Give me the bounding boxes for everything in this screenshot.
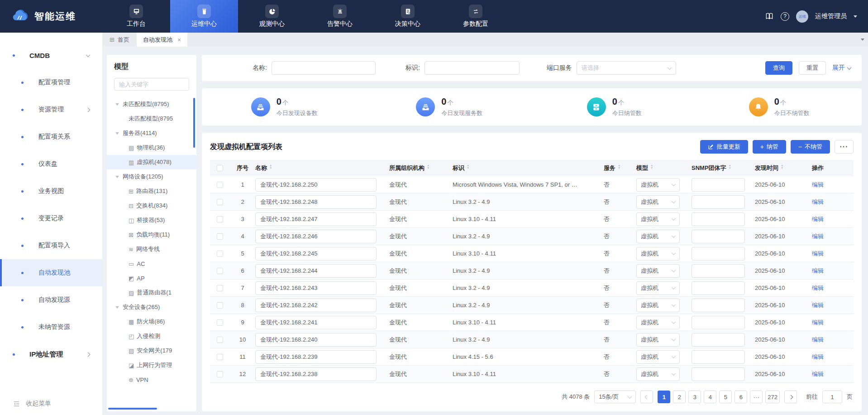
model-select[interactable]: 虚拟机 [636,281,680,295]
snmp-community-input[interactable] [692,299,745,312]
row-checkbox[interactable] [217,233,223,240]
help-icon[interactable]: ? [781,12,789,21]
tree-node-未匹配模型(8795[interactable]: 未匹配模型(8795 [107,111,196,126]
select-all-checkbox[interactable] [217,165,223,171]
tree-node-防火墙(86)[interactable]: ▦防火墙(86) [107,314,196,329]
user-name[interactable]: 运维管理员 [815,12,847,20]
tag-filter-input[interactable] [424,61,520,75]
sidebar-item-仪表盘[interactable]: 仪表盘 [0,150,102,178]
port-service-select[interactable]: 请选择 [577,61,676,75]
page-button-3[interactable]: 3 [688,391,701,403]
edit-link[interactable]: 编辑 [812,250,824,258]
snmp-community-input[interactable] [692,212,745,226]
snmp-community-input[interactable] [692,264,745,278]
prev-page-button[interactable] [640,391,653,403]
snmp-community-input[interactable] [692,316,745,329]
column-header-发现时间[interactable]: 发现时间▲▼ [755,164,812,172]
edit-link[interactable]: 编辑 [812,370,824,378]
nav-item-决策中心[interactable]: 决策中心 [374,0,442,33]
model-select[interactable]: 虚拟机 [636,333,680,347]
name-input[interactable] [255,264,377,278]
column-header-名称[interactable]: 名称▲▼ [255,164,389,172]
model-select[interactable]: 虚拟机 [636,195,680,209]
tree-node-上网行为管理[interactable]: ◪上网行为管理 [107,358,196,372]
tree-node-桥接器(53)[interactable]: ◫桥接器(53) [107,213,196,227]
sidebar-item-变更记录[interactable]: 变更记录 [0,205,102,232]
sidebar-item-配置项管理[interactable]: 配置项管理 [0,69,102,96]
edit-link[interactable]: 编辑 [812,353,824,361]
caret-down-icon[interactable] [115,306,119,309]
nav-item-运维中心[interactable]: 运维中心 [170,0,238,33]
name-input[interactable] [255,212,377,226]
sidebar-item-IP地址管理[interactable]: IP地址管理 [0,341,102,368]
row-checkbox[interactable] [217,354,223,360]
nav-item-观测中心[interactable]: 观测中心 [238,0,306,33]
row-checkbox[interactable] [217,216,223,222]
sidebar-item-自动发现源[interactable]: 自动发现源 [0,286,102,314]
user-menu-chevron-down-icon[interactable] [854,15,857,18]
edit-link[interactable]: 编辑 [812,232,824,241]
sort-icon[interactable]: ▲▼ [618,165,620,171]
model-search-input[interactable] [114,78,189,91]
edit-link[interactable]: 编辑 [812,267,824,275]
snmp-community-input[interactable] [692,195,745,209]
collapse-menu-button[interactable]: 收起菜单 [13,400,51,408]
page-button-6[interactable]: 6 [734,391,747,403]
next-page-button[interactable] [784,391,797,403]
more-actions-button[interactable]: ··· [835,140,854,154]
page-size-select[interactable]: 15条/页 [594,391,636,403]
sidebar-item-资源管理[interactable]: 资源管理 [0,96,102,123]
tree-vertical-scrollbar[interactable] [193,98,195,148]
name-input[interactable] [255,195,377,209]
tree-node-交换机(834)[interactable]: ⊟交换机(834) [107,198,196,213]
name-input[interactable] [255,178,377,192]
snmp-community-input[interactable] [692,247,745,261]
page-button-1[interactable]: 1 [658,391,670,403]
page-ellipsis-button[interactable]: ··· [750,391,763,403]
tree-node-入侵检测[interactable]: ◰入侵检测 [107,329,196,343]
manage-button[interactable]: + 纳管 [753,140,786,154]
model-select[interactable]: 虚拟机 [636,212,680,226]
snmp-community-input[interactable] [692,281,745,295]
name-input[interactable] [255,281,377,295]
column-header-所属组织机构[interactable]: 所属组织机构▲▼ [389,164,453,172]
tree-node-AP[interactable]: ◩AP [107,271,196,285]
name-input[interactable] [255,350,377,364]
manual-book-icon[interactable] [765,12,774,21]
nav-item-工作台[interactable]: 工作台 [102,0,170,33]
sidebar-item-自动发现池[interactable]: 自动发现池 [0,259,102,286]
batch-update-button[interactable]: 批量更新 [700,140,748,154]
tree-node-AC[interactable]: ▭AC [107,256,196,271]
column-header-服务[interactable]: 服务▲▼ [604,164,636,172]
row-checkbox[interactable] [217,371,223,377]
tree-node-服务器(4114)[interactable]: 服务器(4114) [107,126,196,140]
tree-node-路由器(131)[interactable]: ⊞路由器(131) [107,184,196,198]
row-checkbox[interactable] [217,182,223,188]
sort-icon[interactable]: ▲▼ [269,165,272,171]
sidebar-item-CMDB[interactable]: CMDB [0,42,102,69]
tree-node-网络设备(1205)[interactable]: 网络设备(1205) [107,169,196,184]
row-checkbox[interactable] [217,337,223,343]
edit-link[interactable]: 编辑 [812,318,824,327]
snmp-community-input[interactable] [692,333,745,347]
snmp-community-input[interactable] [692,230,745,243]
model-select[interactable]: 虚拟机 [636,350,680,364]
edit-link[interactable]: 编辑 [812,181,824,189]
page-button-5[interactable]: 5 [719,391,732,403]
tree-node-物理机(36)[interactable]: ▤物理机(36) [107,140,196,155]
name-input[interactable] [255,299,377,312]
close-icon[interactable]: × [177,36,181,43]
name-input[interactable] [255,247,377,261]
page-button-4[interactable]: 4 [704,391,716,403]
sidebar-item-未纳管资源[interactable]: 未纳管资源 [0,314,102,341]
edit-link[interactable]: 编辑 [812,301,824,309]
nav-item-告警中心[interactable]: 告警中心 [306,0,374,33]
column-header-SNMP团体字[interactable]: SNMP团体字▲▼ [692,164,755,172]
tab-overflow-dropdown[interactable] [861,33,864,47]
model-select[interactable]: 虚拟机 [636,264,680,278]
page-button-2[interactable]: 2 [673,391,686,403]
row-checkbox[interactable] [217,319,223,326]
model-select[interactable]: 虚拟机 [636,299,680,312]
column-header-标识[interactable]: 标识▲▼ [453,164,604,172]
column-header-模型[interactable]: 模型▲▼ [636,164,692,172]
